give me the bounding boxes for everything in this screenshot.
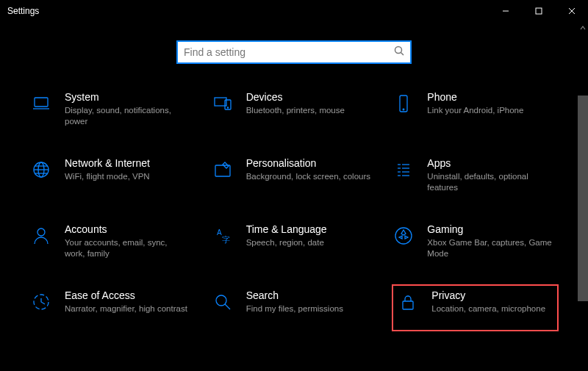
- maximize-button[interactable]: [522, 0, 555, 22]
- settings-tile-personalisation[interactable]: PersonalisationBackground, lock screen, …: [211, 152, 378, 199]
- settings-tile-search[interactable]: SearchFind my files, permissions: [211, 284, 378, 331]
- svg-line-33: [225, 304, 230, 309]
- tile-title: Phone: [427, 90, 556, 104]
- tile-title: Apps: [427, 156, 556, 170]
- svg-point-12: [404, 109, 405, 110]
- tile-text: PersonalisationBackground, lock screen, …: [246, 156, 375, 182]
- apps-icon: [392, 158, 415, 181]
- search-category-icon: [211, 290, 234, 314]
- close-button[interactable]: [555, 0, 588, 22]
- tile-text: AppsUninstall, defaults, optional featur…: [427, 156, 556, 193]
- svg-point-27: [37, 228, 45, 236]
- tile-text: GamingXbox Game Bar, captures, Game Mode: [427, 223, 556, 259]
- tile-subtitle: Your accounts, email, sync, work, family: [65, 237, 190, 259]
- titlebar: Settings: [0, 0, 588, 22]
- settings-tile-apps[interactable]: AppsUninstall, defaults, optional featur…: [392, 152, 559, 199]
- svg-rect-34: [403, 301, 413, 309]
- tile-title: Devices: [246, 90, 375, 104]
- svg-line-5: [401, 53, 404, 56]
- tile-subtitle: Xbox Game Bar, captures, Game Mode: [427, 237, 552, 259]
- tile-title: Personalisation: [246, 156, 375, 170]
- settings-tile-network[interactable]: Network & InternetWiFi, flight mode, VPN: [29, 152, 196, 199]
- settings-tile-privacy[interactable]: PrivacyLocation, camera, microphone: [392, 284, 559, 331]
- paint-icon: [211, 158, 234, 181]
- globe-icon: [29, 158, 53, 181]
- svg-point-10: [227, 107, 228, 108]
- settings-tile-gaming[interactable]: GamingXbox Game Bar, captures, Game Mode: [392, 218, 559, 265]
- gaming-icon: [392, 224, 415, 248]
- vertical-scrollbar[interactable]: [578, 22, 588, 371]
- tile-title: Accounts: [65, 223, 193, 236]
- settings-tile-ease[interactable]: Ease of AccessNarrator, magnifier, high …: [29, 284, 196, 331]
- tile-title: Network & Internet: [65, 156, 193, 170]
- search-box[interactable]: [176, 40, 412, 64]
- tile-text: SearchFind my files, permissions: [246, 289, 375, 314]
- settings-tile-timelang[interactable]: A字Time & LanguageSpeech, region, date: [211, 218, 378, 265]
- svg-point-4: [395, 47, 402, 54]
- tile-text: PhoneLink your Android, iPhone: [427, 90, 556, 116]
- person-icon: [29, 224, 53, 248]
- tile-text: AccountsYour accounts, email, sync, work…: [65, 223, 193, 259]
- scroll-up-arrow[interactable]: [578, 22, 588, 34]
- tile-text: DevicesBluetooth, printers, mouse: [246, 90, 375, 116]
- ease-of-access-icon: [29, 290, 53, 314]
- tile-title: Ease of Access: [65, 289, 193, 302]
- svg-text:A: A: [217, 228, 222, 237]
- tile-subtitle: Speech, region, date: [246, 237, 371, 248]
- tile-text: PrivacyLocation, camera, microphone: [431, 289, 554, 314]
- search-icon: [394, 46, 404, 59]
- tile-text: Network & InternetWiFi, flight mode, VPN: [65, 156, 193, 182]
- tile-title: Gaming: [427, 223, 556, 236]
- settings-tile-accounts[interactable]: AccountsYour accounts, email, sync, work…: [29, 218, 196, 265]
- tile-subtitle: Background, lock screen, colours: [246, 171, 371, 182]
- svg-rect-6: [35, 98, 48, 107]
- window-controls: [489, 0, 588, 22]
- laptop-icon: [29, 92, 53, 115]
- search-input[interactable]: [184, 46, 394, 58]
- tile-title: System: [65, 90, 193, 104]
- window-title: Settings: [7, 6, 39, 16]
- tile-subtitle: Uninstall, defaults, optional features: [427, 171, 552, 193]
- svg-text:字: 字: [222, 235, 230, 244]
- settings-tile-phone[interactable]: PhoneLink your Android, iPhone: [392, 86, 559, 133]
- tile-subtitle: Bluetooth, printers, mouse: [246, 105, 371, 116]
- tile-subtitle: Find my files, permissions: [246, 303, 371, 314]
- scrollbar-thumb[interactable]: [578, 96, 588, 301]
- tile-title: Time & Language: [246, 223, 375, 236]
- tile-subtitle: Link your Android, iPhone: [427, 105, 552, 116]
- settings-tile-devices[interactable]: DevicesBluetooth, printers, mouse: [211, 86, 378, 133]
- tile-title: Privacy: [431, 289, 554, 302]
- time-language-icon: A字: [211, 224, 234, 248]
- tile-subtitle: WiFi, flight mode, VPN: [65, 171, 190, 182]
- tile-subtitle: Display, sound, notifications, power: [65, 105, 190, 127]
- tile-text: SystemDisplay, sound, notifications, pow…: [65, 90, 193, 127]
- lock-icon: [396, 290, 420, 314]
- tile-text: Ease of AccessNarrator, magnifier, high …: [65, 289, 193, 314]
- tile-text: Time & LanguageSpeech, region, date: [246, 223, 375, 248]
- settings-tile-system[interactable]: SystemDisplay, sound, notifications, pow…: [29, 86, 196, 133]
- tile-subtitle: Location, camera, microphone: [431, 303, 554, 314]
- devices-icon: [211, 92, 234, 115]
- phone-icon: [392, 92, 415, 115]
- tile-title: Search: [246, 289, 375, 302]
- svg-rect-1: [536, 8, 542, 14]
- tile-subtitle: Narrator, magnifier, high contrast: [65, 303, 190, 314]
- minimize-button[interactable]: [489, 0, 522, 22]
- svg-point-32: [216, 295, 226, 306]
